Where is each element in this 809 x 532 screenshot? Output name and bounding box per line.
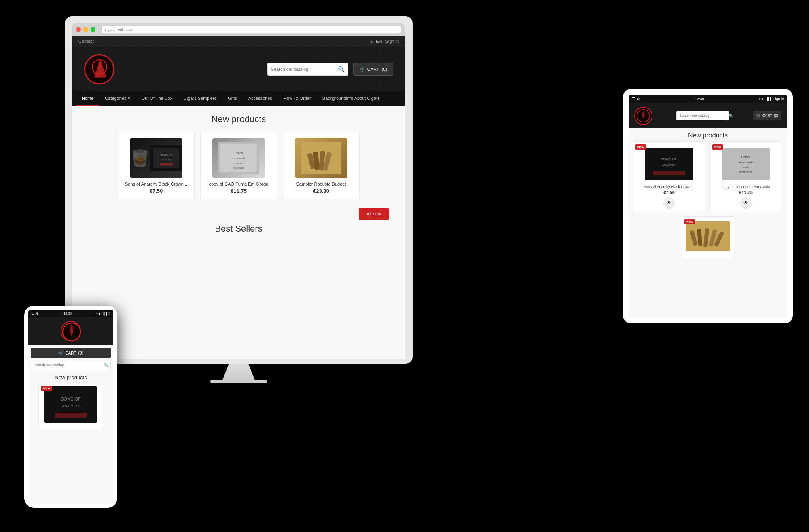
phone-search-bar[interactable]: 🔍 [31, 361, 111, 369]
search-input[interactable] [268, 67, 335, 72]
svg-text:SONS OF: SONS OF [61, 397, 81, 401]
phone-product-1[interactable]: New SONS OF ANARCHY [38, 383, 103, 429]
tablet-product-name-1: Sons of Anarchy Black Crown... [637, 185, 701, 189]
svg-text:ANARCHY: ANARCHY [161, 159, 171, 161]
svg-text:handicaps: handicaps [739, 171, 752, 174]
currency-selector[interactable]: € [370, 39, 373, 44]
maximize-dot[interactable] [91, 27, 95, 32]
phone-menu-icon[interactable]: ☰ [32, 312, 34, 315]
product-card-1[interactable]: SONS OF ANARCHY Sons of Anarchy Black Cr… [118, 132, 195, 200]
phone-cart-bar[interactable]: 🛒 CART (0) [31, 348, 111, 358]
svg-text:ernstige: ernstige [741, 166, 751, 169]
phone-time: 12:30 [64, 312, 72, 315]
contact-link[interactable]: Contact [78, 39, 94, 44]
nav-cigars-samplers[interactable]: Cigars Samplers [178, 91, 222, 106]
tablet-logo[interactable] [634, 107, 652, 125]
svg-text:SONS OF: SONS OF [661, 157, 678, 161]
tablet-third-product-row: New [629, 213, 787, 258]
nav-out-of-box[interactable]: Out Of The Box [136, 91, 178, 106]
phone-product-row: New SONS OF ANARCHY [28, 383, 113, 429]
tablet-header: 🔍 🛒 CART (0) [629, 103, 787, 128]
phone-new-badge: New [41, 386, 52, 391]
tablet-screen: 🔍 🛒 CART (0) New products New [629, 103, 787, 318]
tablet-eye-button-1[interactable]: 👁 [663, 197, 675, 209]
tablet-cart-button[interactable]: 🛒 CART (0) [753, 111, 781, 120]
phone-full-icon: □ [108, 312, 110, 315]
new-products-title: New products [80, 114, 397, 125]
tablet-product-name-2: copy of CAO Fuma Em Gorda [714, 185, 778, 189]
phone-cart-icon: 🛒 [58, 351, 63, 355]
tablet-signal-icon: ▾▲ [759, 97, 765, 101]
tablet-eye-button-2[interactable]: 👁 [740, 197, 752, 209]
signin-link[interactable]: Sign in [385, 39, 399, 44]
language-selector[interactable]: EN [376, 39, 382, 44]
tablet-product-price-2: €11.75 [714, 190, 778, 195]
phone-logo[interactable] [61, 321, 81, 341]
monitor-screen: Contact € EN Sign in sigaren-online [72, 36, 405, 359]
nav-home[interactable]: Home [76, 91, 99, 106]
tablet-product-3[interactable]: New [682, 216, 734, 258]
tablet-search-input[interactable] [677, 114, 727, 118]
nav-gifts[interactable]: Gifts [222, 91, 243, 106]
nav-categories[interactable]: Categories ▾ [99, 91, 136, 106]
tablet-product-price-1: €7.50 [637, 190, 701, 195]
product-image-2: Roken veroorzaakt ernstige handicaps [212, 138, 265, 178]
phone-cart-count: (0) [78, 351, 83, 355]
cart-button[interactable]: 🛒 CART (0) [353, 63, 393, 76]
phone-wifi-icon: ▾▲ [96, 312, 101, 315]
product-price-1: €7.50 [124, 188, 188, 194]
tablet-search-bar[interactable]: 🔍 [676, 111, 729, 120]
site-header: sigaren-online 🔍 🛒 CART (0) [72, 47, 405, 91]
phone-statusbar: ☰ ⚙ 12:30 ▾▲ ▐▐ □ [28, 310, 113, 317]
svg-rect-22 [653, 171, 685, 175]
phone-device: ☰ ⚙ 12:30 ▾▲ ▐▐ □ 🛒 CART [24, 306, 117, 508]
tablet-product-img-1: SONS OF ANARCHY [637, 146, 701, 182]
phone-search-input[interactable] [31, 363, 102, 367]
phone-header [28, 317, 113, 345]
nav-accessories[interactable]: Accessories [243, 91, 278, 106]
tablet-signin-link[interactable]: Sign in [773, 97, 784, 101]
product-name-3: Sampler Robusto Budget [289, 182, 354, 186]
product-name-1: Sons of Anarchy Black Crown... [124, 182, 188, 186]
site-topbar: Contact € EN Sign in [72, 36, 405, 47]
search-bar[interactable]: 🔍 [267, 63, 348, 76]
tablet-cart-icon: 🛒 [756, 114, 761, 118]
tablet-new-products-title: New products [629, 128, 787, 141]
svg-rect-23 [722, 148, 770, 180]
address-bar[interactable]: sigaren-online.be [101, 26, 401, 33]
tablet-menu-icon[interactable]: ☰ [632, 97, 635, 101]
monitor-base [210, 380, 267, 383]
all-new-button[interactable]: All new [359, 208, 389, 220]
best-sellers-title: Best Sellers [80, 224, 397, 234]
tablet-battery-icon: ▐▐ [766, 97, 771, 101]
tablet-gear-icon[interactable]: ⚙ [637, 97, 640, 101]
tablet-device: ☰ ⚙ 12:30 ▾▲ ▐▐ Sign in 🔍 [623, 89, 793, 323]
phone-gear-icon[interactable]: ⚙ [36, 312, 39, 315]
site-logo[interactable]: sigaren-online [84, 54, 114, 84]
tablet-time: 12:30 [695, 97, 704, 101]
product-price-2: €11.75 [206, 188, 271, 194]
svg-text:sigaren-online: sigaren-online [93, 72, 106, 75]
products-row: SONS OF ANARCHY Sons of Anarchy Black Cr… [80, 132, 397, 200]
svg-text:ernstige: ernstige [234, 162, 243, 164]
tablet-product-1[interactable]: New SONS OF ANARCHY Sons of Anarchy Blac… [633, 141, 705, 213]
cart-icon: 🛒 [359, 67, 365, 72]
search-icon: 🔍 [335, 66, 348, 72]
svg-text:ANARCHY: ANARCHY [662, 164, 676, 167]
svg-text:handicaps: handicaps [233, 167, 244, 169]
product-card-2[interactable]: Roken veroorzaakt ernstige handicaps cop… [200, 132, 277, 200]
svg-text:ANARCHY: ANARCHY [62, 404, 80, 408]
phone-search-icon: 🔍 [102, 363, 110, 367]
product-card-3[interactable]: Sampler Robusto Budget €23.30 [283, 132, 360, 200]
svg-text:SONS OF: SONS OF [161, 154, 172, 157]
monitor-titlebar: sigaren-online.be [72, 23, 405, 36]
minimize-dot[interactable] [83, 27, 88, 32]
svg-rect-38 [55, 413, 87, 418]
svg-text:veroorzaakt: veroorzaakt [739, 161, 754, 164]
close-dot[interactable] [76, 27, 81, 32]
tablet-product-2[interactable]: New Roken veroorzaakt ernstige handicaps… [709, 141, 782, 213]
phone-product-img: SONS OF ANARCHY [44, 386, 97, 423]
svg-text:Roken: Roken [235, 152, 243, 154]
nav-how-to-order[interactable]: How To Order [278, 91, 317, 106]
nav-backgroundinfo[interactable]: Backgroundinfo About Cigars [317, 91, 385, 106]
